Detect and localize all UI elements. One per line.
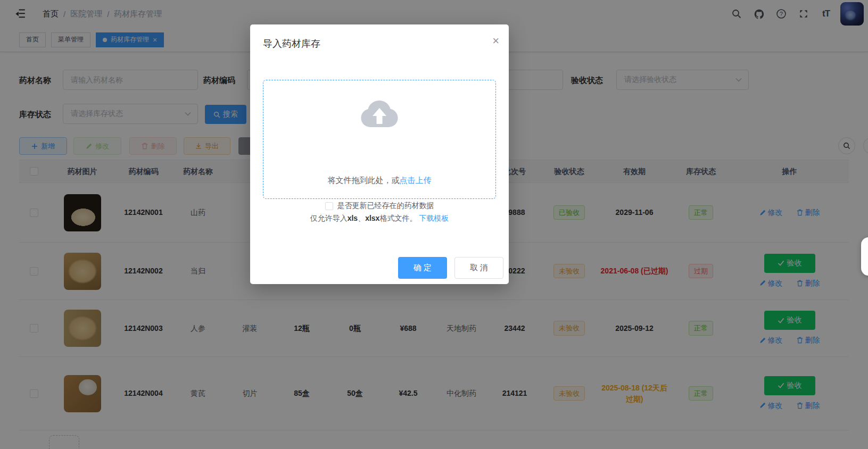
upload-tip: 仅允许导入xls、xlsx格式文件。 下载模板 <box>250 214 509 223</box>
floating-scroll-pill[interactable] <box>861 237 868 276</box>
upload-dropzone[interactable]: 将文件拖到此处，或点击上传 <box>263 80 496 199</box>
download-template-link[interactable]: 下载模板 <box>419 214 449 222</box>
click-to-upload-link[interactable]: 点击上传 <box>400 176 432 185</box>
cancel-button[interactable]: 取 消 <box>454 257 503 279</box>
update-existing-checkbox[interactable] <box>325 202 333 210</box>
dialog-footer: 确 定 取 消 <box>398 257 503 279</box>
close-icon[interactable]: × <box>492 35 499 47</box>
update-existing-label: 是否更新已经存在的药材数据 <box>337 201 434 211</box>
update-existing-row: 是否更新已经存在的药材数据 <box>250 201 509 211</box>
dialog-title: 导入药材库存 <box>263 37 320 50</box>
cloud-upload-icon <box>359 98 400 129</box>
upload-hint: 将文件拖到此处，或点击上传 <box>263 176 495 186</box>
import-dialog: 导入药材库存 × 将文件拖到此处，或点击上传 是否更新已经存在的药材数据 仅允许… <box>250 24 509 284</box>
confirm-button[interactable]: 确 定 <box>398 257 447 279</box>
